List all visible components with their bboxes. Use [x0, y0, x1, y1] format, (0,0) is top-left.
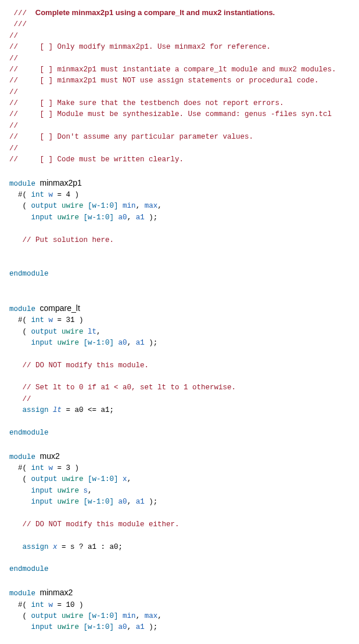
code-token — [9, 350, 14, 358]
code-token — [44, 191, 49, 199]
code-token — [58, 612, 62, 620]
code-line — [9, 508, 350, 519]
code-token: mux2 — [40, 451, 60, 461]
code-token: a1 — [136, 214, 145, 222]
code-token: module — [9, 589, 35, 598]
code-token — [9, 440, 14, 448]
code-line: input uwire s, — [9, 486, 350, 497]
code-token: uwire — [62, 328, 84, 336]
code-line: // Set lt to 0 if a1 < a0, set lt to 1 o… — [9, 382, 350, 393]
code-token — [9, 383, 23, 392]
code-token — [79, 487, 84, 495]
code-line: // [ ] minmax2p1 must NOT use assign sta… — [9, 75, 350, 86]
code-token: // [ ] Module must be synthesizable. Use… — [9, 110, 332, 118]
code-token: output — [31, 612, 58, 620]
code-token: s — [84, 487, 88, 495]
code-token — [53, 214, 58, 222]
code-line: input uwire [w-1:0] a0, a1 ); — [9, 497, 350, 508]
code-token — [9, 520, 23, 529]
code-token: endmodule — [9, 565, 49, 573]
code-line: // [ ] minmax2p1 must instantiate a comp… — [9, 64, 350, 75]
code-token: // [ ] Code must be written clearly. — [9, 155, 184, 164]
code-line: /// — [9, 19, 350, 30]
code-token: , — [88, 487, 92, 495]
code-token — [9, 487, 31, 495]
code-token: // [ ] Make sure that the testbench does… — [9, 99, 284, 107]
code-token — [84, 475, 88, 483]
code-token: input — [31, 487, 53, 495]
code-token — [9, 418, 14, 426]
code-token: [w-1:0] — [84, 498, 114, 506]
code-token: x — [53, 543, 58, 551]
code-token: , — [136, 202, 145, 210]
code-token: [w-1:0] — [84, 339, 114, 347]
code-token: ); — [145, 498, 158, 506]
code-line: endmodule — [9, 428, 350, 439]
code-line — [9, 634, 350, 644]
code-token — [114, 498, 119, 506]
code-token: minmax2p1 — [40, 178, 82, 187]
code-token — [9, 225, 14, 233]
code-token: int — [31, 316, 45, 324]
code-token: [w-1:0] — [84, 623, 114, 631]
code-token: Complete minmax2p1 using a compare_lt an… — [31, 8, 275, 17]
code-token — [9, 623, 31, 631]
code-token — [58, 202, 62, 210]
code-token — [9, 554, 14, 562]
code-token — [9, 281, 14, 289]
code-token — [9, 247, 14, 255]
code-token: // Put solution here. — [23, 236, 114, 244]
code-token: a0 — [119, 623, 127, 631]
code-token: , — [127, 623, 136, 631]
code-line: endmodule — [9, 564, 350, 575]
code-token: uwire — [58, 339, 80, 347]
code-token: , — [96, 328, 101, 336]
code-token: uwire — [62, 612, 84, 620]
code-token: minmax2 — [40, 588, 73, 597]
code-token: // — [9, 55, 18, 63]
code-token: module — [9, 453, 35, 461]
code-token: = a0 <= a1; — [62, 406, 114, 414]
code-line: #( int w = 4 ) — [9, 190, 350, 201]
code-token: x — [123, 475, 127, 483]
code-token: compare_lt — [40, 303, 80, 313]
code-line: // DO NOT modify this module either. — [9, 519, 350, 530]
code-token: [w-1:0] — [88, 475, 119, 483]
code-token: , — [157, 202, 162, 210]
code-token — [79, 623, 84, 631]
code-token — [49, 406, 53, 414]
code-token: uwire — [58, 214, 80, 222]
code-token — [44, 464, 49, 472]
code-token: // [ ] Don't assume any particular param… — [9, 133, 253, 141]
code-token: endmodule — [9, 270, 49, 278]
code-line: #( int w = 31 ) — [9, 315, 350, 326]
code-line: // Put solution here. — [9, 235, 350, 246]
code-line — [9, 439, 350, 450]
code-line: assign lt = a0 <= a1; — [9, 405, 350, 416]
code-line: module mux2 — [9, 450, 350, 463]
code-line — [9, 530, 350, 541]
code-token — [9, 543, 23, 551]
code-token: uwire — [62, 202, 84, 210]
code-token — [114, 623, 119, 631]
code-line: input uwire [w-1:0] a0, a1 ); — [9, 338, 350, 349]
code-line — [9, 417, 350, 428]
code-line: ( output uwire lt, — [9, 327, 350, 338]
code-token — [35, 305, 40, 313]
code-token: = 4 ) — [53, 191, 79, 199]
code-token — [9, 361, 23, 370]
code-token: lt — [88, 328, 96, 336]
code-token: [w-1:0] — [88, 202, 119, 210]
code-line: assign x = s ? a1 : a0; — [9, 542, 350, 553]
code-token — [9, 258, 14, 266]
code-line: // [ ] Only modify minmax2p1. Use minmax… — [9, 42, 350, 53]
code-token: min — [123, 612, 136, 620]
code-line — [9, 371, 350, 382]
code-token: #( — [9, 191, 31, 199]
code-token: lt — [53, 406, 62, 414]
code-line — [9, 246, 350, 257]
code-token: // — [9, 32, 18, 40]
code-token: // DO NOT modify this module. — [23, 361, 149, 370]
code-token: uwire — [62, 475, 84, 483]
code-token: w — [49, 191, 53, 199]
